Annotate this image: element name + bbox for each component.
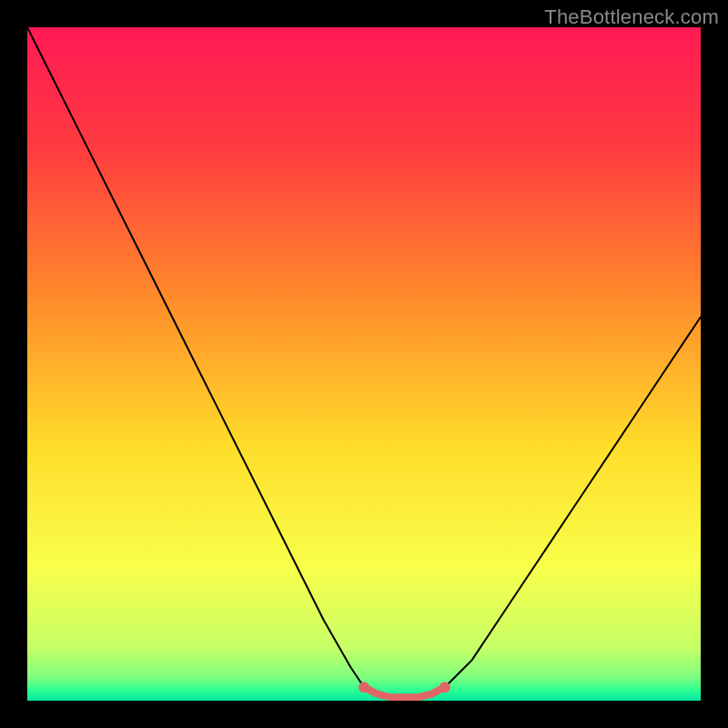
plot-area (27, 27, 701, 701)
gradient-background (27, 27, 701, 701)
watermark-text: TheBottleneck.com (544, 5, 719, 29)
marker-left-dot (359, 682, 369, 693)
chart-svg (27, 27, 701, 701)
marker-right-dot (440, 682, 450, 693)
chart-frame: TheBottleneck.com (0, 0, 728, 728)
